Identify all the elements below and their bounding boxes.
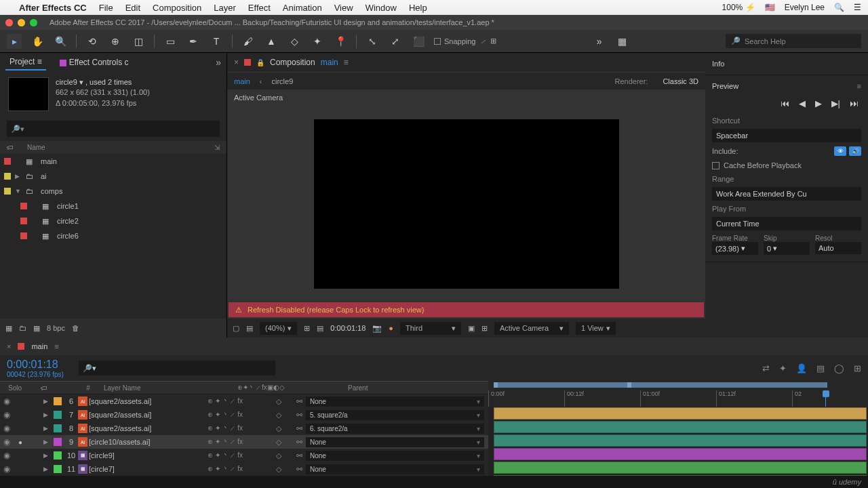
visibility-icon[interactable]: ◉ bbox=[0, 437, 14, 447]
close-tab-icon[interactable]: × bbox=[234, 58, 239, 67]
cache-checkbox[interactable]: Cache Before Playback bbox=[712, 159, 861, 172]
rotation-tool-icon[interactable]: ⟲ bbox=[85, 34, 100, 49]
work-area-bar[interactable] bbox=[494, 382, 827, 388]
menu-edit[interactable]: Edit bbox=[125, 3, 140, 13]
tab-effect-controls[interactable]: Effect Controls c bbox=[56, 55, 133, 70]
overflow-icon[interactable]: » bbox=[592, 34, 607, 49]
breadcrumb-main[interactable]: main bbox=[234, 77, 250, 85]
parent-dropdown[interactable]: None▾ bbox=[306, 396, 484, 407]
camera-dropdown[interactable]: Active Camera▾ bbox=[494, 322, 569, 335]
parent-dropdown[interactable]: 5. square2/a▾ bbox=[306, 410, 484, 420]
roi-icon[interactable]: ▣ bbox=[468, 324, 475, 333]
first-frame-icon[interactable]: ⏮ bbox=[781, 98, 789, 108]
snapping-checkbox[interactable] bbox=[434, 38, 441, 45]
composition-viewer[interactable]: Active Camera ⚠ Refresh Disabled (releas… bbox=[227, 89, 705, 319]
rect-tool-icon[interactable]: ▭ bbox=[163, 34, 178, 49]
app-name[interactable]: After Effects CC bbox=[19, 3, 87, 13]
project-item-list[interactable]: ▦main ▶🗀ai ▼🗀comps ▦circle1 ▦circle2 ▦ci… bbox=[0, 154, 226, 319]
close-tab-icon[interactable]: × bbox=[7, 342, 11, 350]
solo-toggle[interactable]: ● bbox=[14, 439, 27, 446]
resolution-dropdown[interactable]: Third▾ bbox=[400, 322, 461, 335]
menu-file[interactable]: File bbox=[99, 3, 113, 13]
puppet-tool-icon[interactable]: 📍 bbox=[333, 34, 348, 49]
panel-overflow-icon[interactable]: » bbox=[216, 57, 221, 68]
snapshot-icon[interactable]: 📷 bbox=[372, 324, 382, 333]
timeline-graph[interactable]: 0:00f 00:12f 01:00f 01:12f 02 ▬▲ bbox=[488, 381, 868, 488]
bpc-toggle[interactable]: 8 bpc bbox=[47, 324, 65, 332]
hand-tool-icon[interactable]: ✋ bbox=[30, 34, 45, 49]
layer-row[interactable]: ◉▶6Ai[square2/assets.ai]⊕ ✦ 丶⟋ fx◇⚯None▾ bbox=[0, 394, 488, 408]
flag-icon[interactable]: 🇺🇸 bbox=[765, 3, 775, 12]
skip-dropdown[interactable]: 0▾ bbox=[764, 242, 810, 255]
axis-local-icon[interactable]: ⤡ bbox=[365, 34, 380, 49]
type-tool-icon[interactable]: T bbox=[209, 34, 224, 49]
layername-header[interactable]: Layer Name bbox=[98, 384, 237, 392]
motion-blur-icon[interactable]: ◯ bbox=[834, 363, 844, 373]
pen-tool-icon[interactable]: ✒ bbox=[186, 34, 201, 49]
shy-icon[interactable]: 👤 bbox=[796, 363, 807, 373]
channel-icon[interactable]: ● bbox=[389, 324, 393, 332]
menu-effect[interactable]: Effect bbox=[248, 3, 271, 13]
panel-menu-icon[interactable]: ≡ bbox=[344, 58, 349, 67]
grid-icon[interactable]: ⊞ bbox=[481, 324, 488, 333]
axis-view-icon[interactable]: ⬛ bbox=[411, 34, 426, 49]
name-column-header[interactable]: Name bbox=[27, 144, 45, 151]
layer-bar[interactable] bbox=[494, 448, 867, 460]
minimize-window-icon[interactable] bbox=[18, 19, 25, 26]
clone-tool-icon[interactable]: ▲ bbox=[264, 34, 279, 49]
visibility-icon[interactable]: ◉ bbox=[0, 464, 14, 474]
user-name[interactable]: Evelyn Lee bbox=[785, 3, 825, 12]
visibility-icon[interactable]: ◉ bbox=[0, 410, 14, 420]
breadcrumb-circle9[interactable]: circle9 bbox=[272, 77, 294, 85]
visibility-icon[interactable]: ◉ bbox=[0, 451, 14, 460]
delete-icon[interactable]: 🗑 bbox=[72, 324, 79, 332]
battery-indicator[interactable]: 100% ⚡ bbox=[722, 3, 755, 12]
eraser-tool-icon[interactable]: ◇ bbox=[287, 34, 302, 49]
include-video-icon[interactable]: 👁 bbox=[834, 146, 846, 156]
layer-row[interactable]: ◉▶7Ai[square2/assets.ai]⊕ ✦ 丶⟋ fx◇⚯5. sq… bbox=[0, 408, 488, 422]
help-search-input[interactable]: 🔎 Search Help bbox=[726, 34, 861, 48]
spotlight-icon[interactable]: 🔍 bbox=[834, 3, 844, 12]
tab-project[interactable]: Project ≡ bbox=[5, 54, 46, 70]
info-panel-title[interactable]: Info bbox=[712, 57, 861, 70]
playfrom-value[interactable]: Current Time bbox=[712, 217, 861, 230]
current-time[interactable]: 0:00:01:18 bbox=[7, 359, 64, 371]
lock-icon[interactable]: 🔒 bbox=[256, 59, 264, 66]
menu-help[interactable]: Help bbox=[409, 3, 427, 13]
new-comp-icon[interactable]: ▦ bbox=[33, 324, 40, 333]
close-window-icon[interactable] bbox=[5, 19, 13, 26]
parent-dropdown[interactable]: None▾ bbox=[306, 464, 484, 474]
layer-row[interactable]: ◉●▶9Ai[circle10/assets.ai]⊕ ✦ 丶⟋ fx◇⚯Non… bbox=[0, 435, 488, 449]
layer-row[interactable]: ◉▶11▦[circle7]⊕ ✦ 丶⟋ fx◇⚯None▾ bbox=[0, 462, 488, 476]
label-column-icon[interactable]: 🏷 bbox=[7, 144, 14, 151]
menu-list-icon[interactable]: ☰ bbox=[854, 3, 861, 12]
next-frame-icon[interactable]: ▶| bbox=[831, 98, 840, 108]
menu-window[interactable]: Window bbox=[366, 3, 397, 13]
flowchart-icon[interactable]: ⇲ bbox=[214, 144, 220, 151]
renderer-value[interactable]: Classic 3D bbox=[663, 77, 698, 85]
play-icon[interactable]: ▶ bbox=[815, 98, 822, 108]
range-value[interactable]: Work Area Extended By Cu bbox=[712, 187, 861, 201]
menu-composition[interactable]: Composition bbox=[153, 3, 201, 13]
parent-dropdown[interactable]: None▾ bbox=[306, 451, 484, 461]
timeline-comp-name[interactable]: main bbox=[31, 342, 47, 350]
menu-animation[interactable]: Animation bbox=[283, 3, 322, 13]
parent-dropdown[interactable]: None▾ bbox=[306, 437, 484, 447]
layer-bar[interactable] bbox=[494, 407, 867, 420]
selection-tool-icon[interactable]: ▸ bbox=[7, 34, 22, 49]
workspace-icon[interactable]: ▦ bbox=[615, 34, 630, 49]
zoom-tool-icon[interactable]: 🔍 bbox=[53, 34, 68, 49]
fast-preview-icon[interactable]: ▤ bbox=[317, 324, 323, 333]
parent-dropdown[interactable]: 6. square2/a▾ bbox=[306, 424, 484, 434]
transparency-grid-icon[interactable]: ▤ bbox=[246, 324, 253, 333]
layer-search-input[interactable]: 🔎▾ bbox=[79, 361, 275, 375]
layer-row[interactable]: ◉▶8Ai[square2/assets.ai]⊕ ✦ 丶⟋ fx◇⚯6. sq… bbox=[0, 422, 488, 435]
zoom-window-icon[interactable] bbox=[30, 19, 37, 26]
shortcut-value[interactable]: Spacebar bbox=[712, 129, 861, 142]
viewport[interactable] bbox=[314, 119, 619, 289]
roto-tool-icon[interactable]: ✦ bbox=[310, 34, 325, 49]
view-layout-dropdown[interactable]: 1 View▾ bbox=[576, 322, 616, 335]
visibility-icon[interactable]: ◉ bbox=[0, 424, 14, 433]
panel-menu-icon[interactable]: ≡ bbox=[857, 82, 861, 90]
new-folder-icon[interactable]: 🗀 bbox=[19, 324, 26, 332]
